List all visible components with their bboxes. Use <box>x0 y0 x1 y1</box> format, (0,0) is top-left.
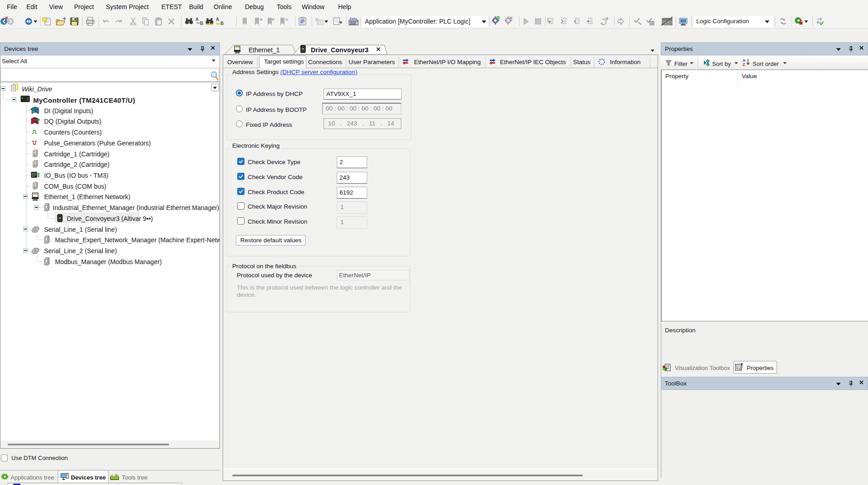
svg-text:B: B <box>200 21 203 26</box>
svg-text:A: A <box>216 17 219 22</box>
svg-text:Z: Z <box>743 62 745 67</box>
svg-text:A: A <box>195 17 199 22</box>
svg-text:B: B <box>220 21 224 26</box>
